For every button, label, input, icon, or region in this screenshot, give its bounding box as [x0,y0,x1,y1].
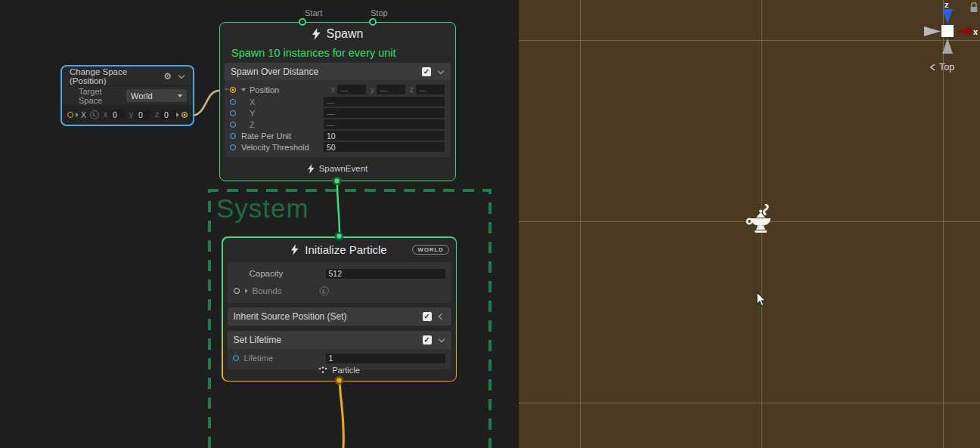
capacity-field[interactable]: 512 [326,269,445,279]
spawn-over-distance-block[interactable]: Spawn Over Distance ✓ Position x — y [225,63,451,157]
spawn-over-distance-body: Position x — y — z — X [225,80,451,157]
block-enabled-checkbox[interactable]: ✓ [423,335,432,344]
particle-dots-icon [318,366,327,374]
vfx-graph-canvas[interactable]: System Start Stop Spawn Spawn 10 instanc… [0,0,519,448]
particle-wire[interactable] [340,381,343,448]
view-mode-label[interactable]: Top [930,62,954,73]
spawn-start-flow-port[interactable] [299,18,306,26]
position-z-field[interactable]: — [416,85,445,94]
dropdown-arrow-icon [178,94,182,97]
position-input-port[interactable] [230,87,236,93]
lightning-icon [291,244,299,255]
world-space-badge[interactable]: WORLD [412,245,448,255]
x-input-port[interactable] [67,112,73,118]
z-axis-label: z [944,0,949,9]
chevron-left-icon [930,63,936,71]
inherit-source-position-block[interactable]: Inherit Source Position (Set) ✓ [228,307,451,326]
change-space-title: Change Space (Position) [70,67,163,85]
local-space-badge[interactable]: L [90,110,99,119]
target-space-value: World [131,91,153,100]
chevron-down-icon[interactable] [178,72,185,78]
x-value-field[interactable]: 0 [110,110,125,119]
initialize-particle-node[interactable]: Initialize Particle WORLD Capacity 512 B… [222,236,457,382]
spawn-context-node[interactable]: Spawn Spawn 10 instances for every unit … [219,22,456,181]
velocity-threshold-field[interactable]: 50 [324,142,445,152]
initialize-title-bar: Initialize Particle WORLD [223,238,456,262]
mouse-cursor [756,292,767,307]
chevron-left-icon[interactable] [438,313,444,319]
z-label: Z [250,120,255,129]
lock-icon[interactable] [971,3,978,13]
target-space-dropdown[interactable]: World [126,89,187,102]
velocity-threshold-row: Velocity Threshold 50 [225,141,451,153]
target-space-row: Target Space World [62,86,193,105]
grid-line [519,40,980,41]
local-space-badge[interactable]: L [320,286,329,295]
expand-triangle-icon[interactable] [76,113,79,117]
spawn-event-wire[interactable] [337,181,340,236]
chevron-down-icon[interactable] [438,67,444,73]
spawn-over-distance-header[interactable]: Spawn Over Distance ✓ [225,63,451,80]
vfx-graph-window: System Start Stop Spawn Spawn 10 instanc… [0,0,980,448]
spawn-event-label: SpawnEvent [319,164,368,173]
y-input-port[interactable] [230,110,236,116]
axis-cone[interactable] [924,26,941,36]
position-output-port[interactable] [181,112,188,118]
axis-y-label: y [129,110,133,119]
axis-x-label: x [104,110,107,119]
block-enabled-checkbox[interactable]: ✓ [423,312,432,321]
inherit-block-header[interactable]: Inherit Source Position (Set) ✓ [228,307,451,326]
expand-triangle-icon[interactable] [245,289,248,293]
vfx-lamp-gizmo-icon[interactable] [746,204,776,236]
bounds-input-port[interactable] [234,288,240,294]
z-axis-cone[interactable] [942,9,953,23]
wire-stub [225,88,229,90]
position-wire[interactable] [191,91,219,116]
x-input-port[interactable] [230,99,236,105]
position-fields: x — y — z — [327,85,445,94]
block-title: Set Lifetime [234,335,423,345]
rate-per-unit-label: Rate Per Unit [241,131,291,141]
scene-view[interactable]: z x Top [519,0,980,448]
block-enabled-checkbox[interactable]: ✓ [422,67,431,76]
initialize-input-flow-port[interactable] [335,232,343,240]
rate-per-unit-row: Rate Per Unit 10 [225,130,451,141]
z-input-port[interactable] [230,122,236,128]
spawn-title: Spawn [327,27,364,41]
y-value-field[interactable]: 0 [135,110,150,119]
initialize-output-flow-port[interactable] [335,376,343,385]
gizmo-center-cube[interactable] [941,25,954,37]
velocity-threshold-port[interactable] [230,144,236,150]
set-lifetime-header[interactable]: Set Lifetime ✓ [228,331,451,349]
block-title: Inherit Source Position (Set) [234,311,423,322]
spawn-output-flow-port[interactable] [333,177,341,185]
output-triangle-icon [176,113,179,117]
spawn-title-bar: Spawn [220,23,455,45]
change-space-io-row: X L x 0 y 0 z 0 [62,105,193,124]
x-field[interactable]: — [324,97,445,107]
z-field[interactable]: — [324,119,445,129]
gear-icon[interactable]: ⚙ [163,72,172,81]
axis-y-label: y [371,85,374,94]
bounds-label: Bounds [253,286,282,295]
axis-cone[interactable] [942,39,953,54]
stop-port-label: Stop [371,8,388,17]
rate-per-unit-field[interactable]: 10 [324,131,445,141]
position-x-field[interactable]: — [337,85,366,94]
particle-output-label: Particle [332,366,360,375]
change-space-header: Change Space (Position) ⚙ [62,66,193,86]
rate-per-unit-port[interactable] [230,133,236,139]
lightning-icon [308,164,315,174]
y-field[interactable]: — [324,108,445,118]
z-value-field[interactable]: 0 [161,110,176,119]
expand-triangle-icon[interactable] [241,88,246,91]
position-label: Position [250,85,279,94]
position-y-field[interactable]: — [377,85,405,94]
chevron-down-icon[interactable] [438,335,444,341]
system-group-label[interactable]: System [216,193,309,224]
change-space-node[interactable]: Change Space (Position) ⚙ Target Space W… [60,65,194,126]
spawn-stop-flow-port[interactable] [369,18,377,26]
x-axis-label: x [973,27,978,36]
x-axis-cone[interactable] [955,26,972,36]
x-label: X [250,97,255,107]
